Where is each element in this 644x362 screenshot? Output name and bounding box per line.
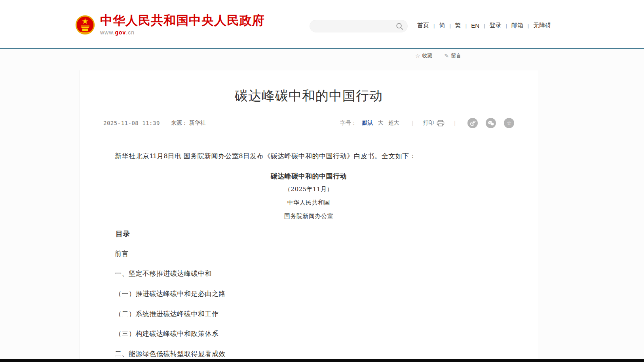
nav-simplified-chinese[interactable]: 简 <box>435 22 449 29</box>
weibo-share-icon[interactable] <box>467 118 478 128</box>
source-value: 新华社 <box>189 119 206 126</box>
toc-item: 二、能源绿色低碳转型取得显著成效 <box>101 349 516 359</box>
toolbar-separator: | <box>454 120 456 126</box>
site-title: 中华人民共和国中央人民政府 <box>100 14 265 27</box>
document-issuer-country: 中华人民共和国 <box>101 199 516 207</box>
pencil-icon: ✎ <box>445 53 449 59</box>
print-label: 打印 <box>423 119 434 127</box>
nav-home[interactable]: 首页 <box>413 22 433 29</box>
document-date: （2025年11月） <box>101 185 516 194</box>
favorite-button[interactable]: ☆ 收藏 <box>415 52 433 59</box>
nav-mailbox[interactable]: 邮箱 <box>507 22 528 29</box>
search-box[interactable] <box>310 20 408 32</box>
article-card: 碳达峰碳中和的中国行动 2025-11-08 11:39 来源： 新华社 字号：… <box>79 70 538 359</box>
site-brand[interactable]: 中华人民共和国中央人民政府 www.gov.cn <box>75 14 265 36</box>
article-meta-left: 2025-11-08 11:39 来源： 新华社 <box>103 119 206 127</box>
nav-english[interactable]: EN <box>467 22 484 29</box>
toc-item: （一）推进碳达峰碳中和是必由之路 <box>101 289 516 299</box>
fontsize-default-button[interactable]: 默认 <box>362 119 373 126</box>
toc-item: 一、坚定不移推进碳达峰碳中和 <box>101 269 516 279</box>
fontsize-label: 字号： <box>340 119 357 127</box>
article-toolbar: 字号： 默认 大 超大 | 打印 | <box>340 118 514 128</box>
toolbar-separator: | <box>412 120 414 126</box>
toc-item: （三）构建碳达峰碳中和政策体系 <box>101 329 516 339</box>
search-input[interactable] <box>315 20 393 32</box>
source: 来源： 新华社 <box>171 119 206 127</box>
nav-accessibility[interactable]: 无障碍 <box>529 22 555 29</box>
header-divider-line <box>0 48 644 49</box>
favorite-label: 收藏 <box>422 52 433 59</box>
top-nav: 首页 | 简 | 繁 | EN | 登录 | 邮箱 | 无障碍 <box>413 22 555 29</box>
nav-login[interactable]: 登录 <box>485 22 505 29</box>
site-url-prefix: www. <box>100 29 115 36</box>
nav-traditional-chinese[interactable]: 繁 <box>451 22 465 29</box>
toc-heading: 目录 <box>101 229 516 239</box>
site-url: www.gov.cn <box>100 29 265 36</box>
national-emblem-icon <box>75 14 95 36</box>
source-label: 来源： <box>171 119 188 126</box>
star-outline-icon: ☆ <box>507 120 512 126</box>
fontsize-xlarge-button[interactable]: 超大 <box>388 119 399 126</box>
printer-icon <box>437 120 445 127</box>
bottom-window-edge <box>0 359 644 362</box>
leave-message-button[interactable]: ✎ 留言 <box>445 52 462 59</box>
print-button[interactable]: 打印 <box>423 119 445 127</box>
star-outline-icon: ☆ <box>415 53 420 59</box>
qzone-star-share-icon[interactable]: ☆ <box>504 118 514 128</box>
quick-action-bar: ☆ 收藏 ✎ 留言 <box>415 52 461 59</box>
search-icon[interactable] <box>396 23 403 30</box>
wechat-share-icon[interactable] <box>486 118 496 128</box>
site-url-suffix: .cn <box>126 29 135 36</box>
article-body: 新华社北京11月8日电 国务院新闻办公室8日发布《碳达峰碳中和的中国行动》白皮书… <box>101 152 516 362</box>
paragraph: 新华社北京11月8日电 国务院新闻办公室8日发布《碳达峰碳中和的中国行动》白皮书… <box>101 152 516 161</box>
article-meta-row: 2025-11-08 11:39 来源： 新华社 字号： 默认 大 超大 | 打… <box>103 118 514 128</box>
publish-date: 2025-11-08 11:39 <box>103 120 160 126</box>
toc-item: 前言 <box>101 249 516 259</box>
document-title: 碳达峰碳中和的中国行动 <box>101 172 516 182</box>
meta-divider-line <box>101 134 516 134</box>
document-issuer-office: 国务院新闻办公室 <box>101 212 516 221</box>
fontsize-large-button[interactable]: 大 <box>378 119 384 126</box>
toc-item: （二）系统推进碳达峰碳中和工作 <box>101 309 516 319</box>
site-header: 中华人民共和国中央人民政府 www.gov.cn 首页 | 简 | 繁 | EN… <box>0 0 644 48</box>
site-url-highlight: gov <box>115 29 126 36</box>
message-label: 留言 <box>451 52 461 59</box>
article-title: 碳达峰碳中和的中国行动 <box>95 87 522 105</box>
